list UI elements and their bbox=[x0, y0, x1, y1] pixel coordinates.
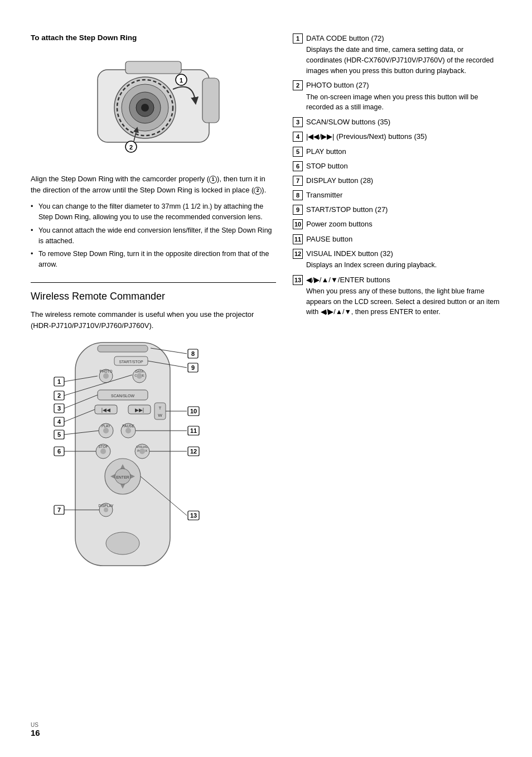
svg-text:1: 1 bbox=[180, 77, 183, 84]
svg-text:12: 12 bbox=[190, 448, 197, 455]
locale-label: US bbox=[31, 722, 40, 728]
item-label: PLAY button bbox=[306, 147, 346, 157]
svg-text:2: 2 bbox=[57, 392, 61, 399]
item-number: 13 bbox=[293, 275, 303, 285]
wireless-body: The wireless remote commander is useful … bbox=[31, 309, 276, 331]
svg-text:1: 1 bbox=[57, 378, 61, 385]
item-number: 5 bbox=[293, 147, 303, 157]
svg-point-57 bbox=[104, 508, 108, 512]
item-block: 4|◀◀/▶▶| (Previous/Next) buttons (35) bbox=[293, 132, 501, 142]
page-footer: US 16 bbox=[31, 722, 40, 737]
item-block: 7DISPLAY button (28) bbox=[293, 176, 501, 186]
section-divider bbox=[31, 282, 276, 283]
item-header: 6STOP button bbox=[293, 161, 501, 171]
item-label: PAUSE button bbox=[306, 234, 352, 244]
svg-text:STOP: STOP bbox=[98, 445, 108, 449]
svg-text:DATA: DATA bbox=[135, 370, 143, 373]
svg-point-39 bbox=[103, 428, 109, 433]
svg-text:PAUSE: PAUSE bbox=[122, 424, 134, 428]
item-block: 5PLAY button bbox=[293, 147, 501, 157]
item-header: 9START/STOP button (27) bbox=[293, 205, 501, 215]
svg-text:2: 2 bbox=[129, 144, 133, 151]
svg-point-24 bbox=[103, 373, 109, 379]
bullet-item: You can change to the filter diameter to… bbox=[31, 201, 276, 223]
items-container: 1DATA CODE button (72)Displays the date … bbox=[293, 33, 501, 317]
item-desc: Displays the date and time, camera setti… bbox=[306, 45, 501, 76]
camera-svg: 1 2 bbox=[64, 47, 243, 165]
item-header: 13◀/▶/▲/▼/ENTER buttons bbox=[293, 275, 501, 285]
left-column: To attach the Step Down Ring bbox=[31, 33, 276, 724]
svg-point-40 bbox=[125, 428, 131, 433]
item-label: DISPLAY button (28) bbox=[306, 176, 373, 186]
bullet-item: To remove Step Down Ring, turn it in the… bbox=[31, 249, 276, 270]
item-block: 9START/STOP button (27) bbox=[293, 205, 501, 215]
item-label: VISUAL INDEX button (32) bbox=[306, 249, 393, 259]
item-block: 13◀/▶/▲/▼/ENTER buttonsWhen you press an… bbox=[293, 275, 501, 317]
svg-text:PHOTO: PHOTO bbox=[100, 369, 113, 373]
item-header: 8Transmitter bbox=[293, 190, 501, 200]
item-label: PHOTO button (27) bbox=[306, 80, 369, 90]
bullet-item: You cannot attach the wide end conversio… bbox=[31, 225, 276, 247]
camera-diagram: 1 2 bbox=[64, 47, 243, 165]
item-label: DATA CODE button (72) bbox=[306, 33, 384, 44]
item-number: 2 bbox=[293, 80, 303, 90]
bullet-list: You can change to the filter diameter to… bbox=[31, 201, 276, 270]
wireless-title: Wireless Remote Commander bbox=[31, 291, 276, 302]
item-header: 7DISPLAY button (28) bbox=[293, 176, 501, 186]
svg-text:4: 4 bbox=[57, 418, 61, 425]
item-number: 11 bbox=[293, 234, 303, 244]
item-header: 4|◀◀/▶▶| (Previous/Next) buttons (35) bbox=[293, 132, 501, 142]
item-number: 6 bbox=[293, 161, 303, 171]
item-label: SCAN/SLOW buttons (35) bbox=[306, 117, 390, 127]
svg-text:VISUAL: VISUAL bbox=[136, 445, 148, 449]
item-label: STOP button bbox=[306, 161, 348, 171]
svg-text:9: 9 bbox=[191, 364, 195, 371]
remote-svg: START/STOP PHOTO DATA CODE SCAN/SLOW |◀◀… bbox=[31, 337, 220, 577]
item-header: 10Power zoom buttons bbox=[293, 219, 501, 229]
svg-text:11: 11 bbox=[190, 427, 197, 434]
item-header: 12VISUAL INDEX button (32) bbox=[293, 249, 501, 259]
svg-text:▶▶|: ▶▶| bbox=[135, 407, 144, 413]
item-block: 10Power zoom buttons bbox=[293, 219, 501, 229]
item-label: ◀/▶/▲/▼/ENTER buttons bbox=[306, 275, 390, 285]
item-desc: Displays an Index screen during playback… bbox=[306, 260, 501, 271]
item-label: Power zoom buttons bbox=[306, 219, 373, 229]
item-header: 1DATA CODE button (72) bbox=[293, 33, 501, 44]
svg-text:8: 8 bbox=[191, 350, 195, 357]
item-label: Transmitter bbox=[306, 190, 342, 200]
svg-rect-7 bbox=[202, 78, 219, 123]
right-column: 1DATA CODE button (72)Displays the date … bbox=[293, 33, 501, 724]
item-label: |◀◀/▶▶| (Previous/Next) buttons (35) bbox=[306, 132, 427, 142]
item-desc: When you press any of these buttons, the… bbox=[306, 286, 501, 317]
item-block: 2PHOTO button (27)The on-screen image wh… bbox=[293, 80, 501, 113]
svg-point-5 bbox=[141, 104, 149, 112]
svg-text:START/STOP: START/STOP bbox=[119, 360, 143, 364]
item-block: 11PAUSE button bbox=[293, 234, 501, 244]
item-block: 6STOP button bbox=[293, 161, 501, 171]
item-number: 9 bbox=[293, 205, 303, 215]
item-header: 5PLAY button bbox=[293, 147, 501, 157]
item-header: 3SCAN/SLOW buttons (35) bbox=[293, 117, 501, 127]
item-block: 12VISUAL INDEX button (32)Displays an In… bbox=[293, 249, 501, 271]
svg-text:3: 3 bbox=[57, 405, 61, 412]
svg-text:7: 7 bbox=[57, 507, 61, 513]
svg-rect-6 bbox=[125, 61, 181, 74]
svg-text:ENTER: ENTER bbox=[116, 475, 129, 479]
item-label: START/STOP button (27) bbox=[306, 205, 388, 215]
svg-point-43 bbox=[100, 449, 106, 454]
svg-text:SCAN/SLOW: SCAN/SLOW bbox=[111, 394, 134, 398]
svg-text:DISPLAY: DISPLAY bbox=[99, 504, 114, 508]
svg-text:T: T bbox=[159, 406, 162, 411]
page-number: 16 bbox=[31, 728, 40, 737]
item-block: 3SCAN/SLOW buttons (35) bbox=[293, 117, 501, 127]
item-number: 8 bbox=[293, 190, 303, 200]
svg-rect-16 bbox=[98, 345, 148, 352]
svg-point-25 bbox=[137, 373, 142, 379]
svg-text:5: 5 bbox=[57, 431, 61, 438]
svg-text:10: 10 bbox=[190, 408, 197, 414]
svg-text:13: 13 bbox=[190, 512, 197, 519]
item-number: 1 bbox=[293, 33, 303, 44]
svg-point-58 bbox=[106, 532, 139, 555]
item-block: 1DATA CODE button (72)Displays the date … bbox=[293, 33, 501, 76]
svg-text:PLAY: PLAY bbox=[101, 424, 111, 428]
